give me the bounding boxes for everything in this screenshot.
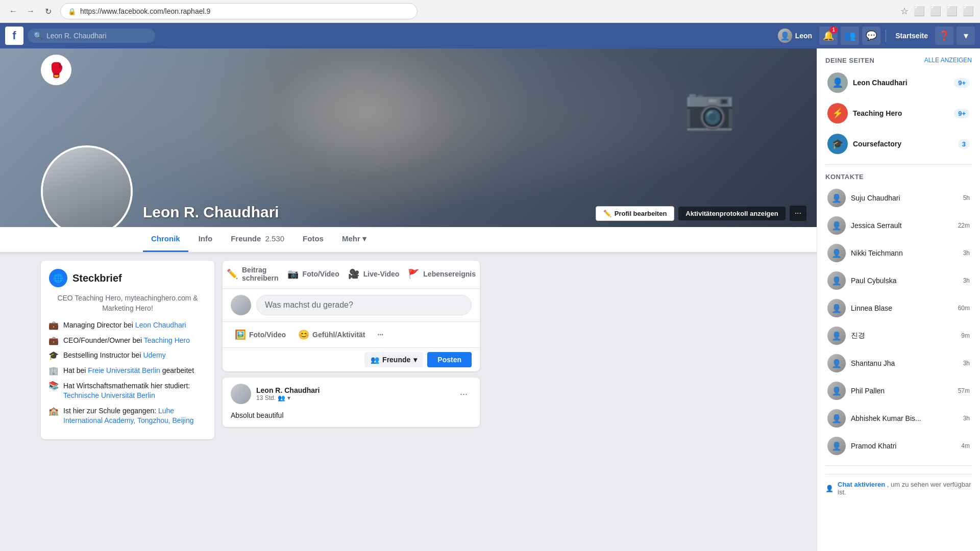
tab-chronik[interactable]: Chronik xyxy=(143,227,188,252)
contact-avatar-6: 👤 xyxy=(827,354,846,372)
cover-container: 📷 🥊 Leon R. Chaudhari ✏️ Profil bearbeit… xyxy=(0,48,817,227)
post-author-avatar-img xyxy=(231,384,251,404)
gefuehl-icon: 😊 xyxy=(298,329,309,340)
back-button[interactable]: ← xyxy=(6,4,20,18)
page-item-0[interactable]: 👤 Leon Chaudhari 9+ xyxy=(825,70,972,95)
info-link-3[interactable]: Freie Universität Berlin xyxy=(88,366,160,374)
friend-requests-button[interactable]: 👥 xyxy=(841,27,859,45)
contact-time-9: 4m xyxy=(961,442,970,449)
contact-1[interactable]: 👤 Jessica Serrault 22m xyxy=(825,214,972,237)
tab-live-video[interactable]: 🎥 Live-Video xyxy=(344,261,404,288)
address-bar[interactable]: 🔒 https://www.facebook.com/leon.raphael.… xyxy=(60,3,418,19)
contact-avatar-3: 👤 xyxy=(827,271,846,290)
notifications-button[interactable]: 🔔 1 xyxy=(819,27,838,45)
tab-info[interactable]: Info xyxy=(190,227,221,252)
post-footer: 👥 Freunde ▾ Posten xyxy=(223,347,480,371)
facebook-logo[interactable]: f xyxy=(5,27,23,45)
foto-video-icon: 🖼️ xyxy=(235,329,246,340)
audience-selector-button[interactable]: 👥 Freunde ▾ xyxy=(364,352,423,367)
extension-icon-4[interactable]: ⬜ xyxy=(963,6,974,17)
pencil-icon: ✏️ xyxy=(603,210,611,217)
tab-foto-video[interactable]: 📷 Foto/Video xyxy=(283,261,343,288)
activity-log-button[interactable]: Aktivitätenprotokoll anzeigen xyxy=(678,207,785,220)
alle-anzeigen-link[interactable]: ALLE ANZEIGEN xyxy=(924,57,972,64)
contact-9[interactable]: 👤 Pramod Khatri 4m xyxy=(825,435,972,457)
reload-button[interactable]: ↻ xyxy=(41,4,55,18)
more-actions-button[interactable]: ··· xyxy=(790,206,806,221)
gefuehl-action-button[interactable]: 😊 Gefühl/Aktivität xyxy=(292,325,371,344)
tab-beitrag-schreiben[interactable]: ✏️ Beitrag schreibern xyxy=(223,261,283,288)
contact-0[interactable]: 👤 Suju Chaudhari 5h xyxy=(825,187,972,209)
info-item-0: 💼 Managing Director bei Leon Chaudhari xyxy=(49,320,206,331)
info-link-4[interactable]: Technische Universität Berlin xyxy=(63,391,155,399)
friends-count: 2.530 xyxy=(265,234,285,243)
study-icon: 📚 xyxy=(49,382,58,391)
contact-3[interactable]: 👤 Paul Cybulska 3h xyxy=(825,269,972,292)
page-avatar-2: 🎓 xyxy=(827,134,848,154)
bookmark-icon[interactable]: ☆ xyxy=(900,6,909,17)
contact-avatar-0: 👤 xyxy=(827,189,846,207)
forward-button[interactable]: → xyxy=(23,4,38,18)
profile-sidebar: 🌐 Steckbrief CEO Teaching Hero, myteachi… xyxy=(41,261,214,445)
nav-startseite-link[interactable]: Startseite xyxy=(891,30,932,42)
page-logo-circle: 🥊 xyxy=(41,55,71,85)
chat-activation-bar: 👤 Chat aktivieren , um zu sehen wer verf… xyxy=(825,474,972,502)
chat-activate-link[interactable]: Chat aktivieren xyxy=(838,481,885,488)
extension-icon-2[interactable]: ⬜ xyxy=(930,6,941,17)
posten-button[interactable]: Posten xyxy=(427,352,472,367)
info-item-4: 📚 Hat Wirtschaftsmathematik hier studier… xyxy=(49,381,206,401)
tab-lebensereignis[interactable]: 🚩 Lebensereignis xyxy=(404,261,480,288)
post-more-button[interactable]: ··· xyxy=(456,387,472,402)
info-item-5: 🏫 Ist hier zur Schule gegangen: Luhe Int… xyxy=(49,406,206,426)
profile-picture[interactable] xyxy=(41,145,133,227)
contact-6[interactable]: 👤 Shantanu Jha 3h xyxy=(825,352,972,374)
contact-2[interactable]: 👤 Nikki Teichmann 3h xyxy=(825,242,972,264)
info-item-2: 🎓 Bestselling Instructor bei Udemy xyxy=(49,350,206,361)
contact-8[interactable]: 👤 Abhishek Kumar Bis... 3h xyxy=(825,407,972,430)
page-name-2: Coursefactory xyxy=(853,140,953,148)
page-count-1: 9+ xyxy=(954,109,970,118)
nav-user-avatar: 👤 xyxy=(778,29,792,43)
info-link-1[interactable]: Teaching Hero xyxy=(144,336,190,344)
contact-name-3: Paul Cybulska xyxy=(851,277,958,285)
chat-person-icon: 👤 xyxy=(825,485,834,492)
page-item-2[interactable]: 🎓 Coursefactory 3 xyxy=(825,132,972,156)
secure-icon: 🔒 xyxy=(68,8,76,15)
profile-name-cover: Leon R. Chaudhari xyxy=(143,204,279,227)
contact-name-2: Nikki Teichmann xyxy=(851,249,958,257)
post-header: Leon R. Chaudhari 13 Std. 👥 ▾ ··· xyxy=(223,378,480,410)
nav-dropdown-button[interactable]: ▾ xyxy=(957,27,975,45)
contact-7[interactable]: 👤 Phil Pallen 57m xyxy=(825,380,972,402)
nav-user-profile[interactable]: 👤 Leon xyxy=(774,27,816,45)
avatar-silhouette: 👤 xyxy=(778,29,792,43)
post-input[interactable]: Was machst du gerade? xyxy=(256,295,472,315)
page-item-1[interactable]: ⚡ Teaching Hero 9+ xyxy=(825,101,972,126)
tab-mehr[interactable]: Mehr ▾ xyxy=(334,227,375,252)
post-avatar-image xyxy=(231,295,251,315)
extension-icon-3[interactable]: ⬜ xyxy=(946,6,958,17)
nav-help-button[interactable]: ❓ xyxy=(935,27,953,45)
tab-freunde[interactable]: Freunde 2.530 xyxy=(223,227,292,252)
info-link-0[interactable]: Leon Chaudhari xyxy=(135,321,186,329)
post-author-name[interactable]: Leon R. Chaudhari xyxy=(256,386,320,394)
extension-icon-1[interactable]: ⬜ xyxy=(914,6,925,17)
tab-fotos[interactable]: Fotos xyxy=(295,227,332,252)
steckbrief-header: 🌐 Steckbrief xyxy=(49,269,206,287)
search-input[interactable] xyxy=(46,32,149,40)
contact-name-5: 진경 xyxy=(851,331,956,340)
steckbrief-card: 🌐 Steckbrief CEO Teaching Hero, myteachi… xyxy=(41,261,214,439)
contact-4[interactable]: 👤 Linnea Blase 60m xyxy=(825,297,972,319)
contact-5[interactable]: 👤 진경 9m xyxy=(825,324,972,347)
messages-button[interactable]: 💬 xyxy=(862,27,880,45)
contact-time-0: 5h xyxy=(963,194,970,202)
search-bar[interactable]: 🔍 xyxy=(28,29,155,43)
profile-area: 📷 🥊 Leon R. Chaudhari ✏️ Profil bearbeit… xyxy=(0,48,817,551)
flag-tab-icon: 🚩 xyxy=(408,268,419,280)
post-author-avatar[interactable] xyxy=(231,384,251,404)
edit-profile-button[interactable]: ✏️ Profil bearbeiten xyxy=(596,206,675,221)
foto-video-action-button[interactable]: 🖼️ Foto/Video xyxy=(229,325,292,344)
facebook-navbar: f 🔍 👤 Leon 🔔 1 👥 💬 Startseite ❓ ▾ xyxy=(0,23,980,48)
more-actions-post-button[interactable]: ··· xyxy=(372,327,390,343)
info-link-2[interactable]: Udemy xyxy=(143,351,165,359)
search-icon: 🔍 xyxy=(34,32,42,40)
